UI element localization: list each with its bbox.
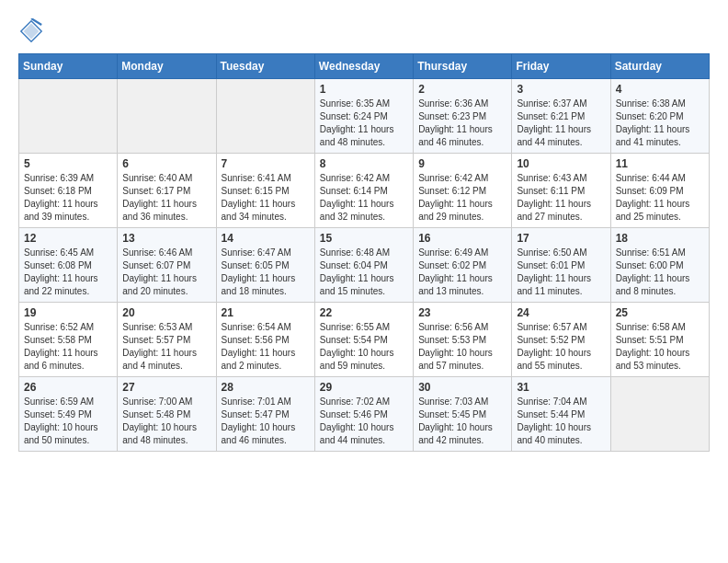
day-info: Sunrise: 7:00 AM Sunset: 5:48 PM Dayligh… bbox=[122, 396, 210, 447]
calendar-cell: 19Sunrise: 6:52 AM Sunset: 5:58 PM Dayli… bbox=[19, 303, 118, 377]
calendar-cell: 28Sunrise: 7:01 AM Sunset: 5:47 PM Dayli… bbox=[216, 377, 314, 452]
day-info: Sunrise: 6:42 AM Sunset: 6:12 PM Dayligh… bbox=[418, 172, 506, 224]
calendar-cell: 17Sunrise: 6:50 AM Sunset: 6:01 PM Dayli… bbox=[512, 228, 610, 303]
calendar-cell: 30Sunrise: 7:03 AM Sunset: 5:45 PM Dayli… bbox=[414, 377, 512, 452]
col-header-tuesday: Tuesday bbox=[216, 54, 314, 79]
day-number: 20 bbox=[122, 306, 210, 319]
day-number: 6 bbox=[122, 157, 210, 170]
day-info: Sunrise: 6:53 AM Sunset: 5:57 PM Dayligh… bbox=[122, 321, 210, 373]
day-number: 21 bbox=[222, 306, 310, 319]
day-number: 23 bbox=[418, 306, 506, 319]
week-row-4: 19Sunrise: 6:52 AM Sunset: 5:58 PM Dayli… bbox=[19, 303, 710, 377]
calendar-cell: 2Sunrise: 6:36 AM Sunset: 6:23 PM Daylig… bbox=[414, 79, 512, 154]
day-number: 3 bbox=[517, 83, 605, 96]
day-info: Sunrise: 7:01 AM Sunset: 5:47 PM Dayligh… bbox=[222, 396, 310, 447]
day-number: 27 bbox=[122, 381, 210, 394]
logo bbox=[18, 18, 48, 44]
day-number: 11 bbox=[616, 157, 704, 170]
col-header-friday: Friday bbox=[512, 54, 610, 79]
calendar-table: SundayMondayTuesdayWednesdayThursdayFrid… bbox=[18, 53, 710, 452]
day-info: Sunrise: 6:55 AM Sunset: 5:54 PM Dayligh… bbox=[320, 321, 408, 373]
day-info: Sunrise: 6:49 AM Sunset: 6:02 PM Dayligh… bbox=[418, 247, 506, 298]
calendar-cell: 9Sunrise: 6:42 AM Sunset: 6:12 PM Daylig… bbox=[414, 154, 512, 228]
calendar-cell: 20Sunrise: 6:53 AM Sunset: 5:57 PM Dayli… bbox=[118, 303, 216, 377]
calendar-cell: 12Sunrise: 6:45 AM Sunset: 6:08 PM Dayli… bbox=[19, 228, 118, 303]
day-info: Sunrise: 6:58 AM Sunset: 5:51 PM Dayligh… bbox=[616, 321, 704, 373]
calendar-cell: 18Sunrise: 6:51 AM Sunset: 6:00 PM Dayli… bbox=[610, 228, 709, 303]
day-info: Sunrise: 6:47 AM Sunset: 6:05 PM Dayligh… bbox=[222, 247, 310, 298]
calendar-cell: 27Sunrise: 7:00 AM Sunset: 5:48 PM Dayli… bbox=[118, 377, 216, 452]
col-header-wednesday: Wednesday bbox=[314, 54, 413, 79]
day-info: Sunrise: 6:50 AM Sunset: 6:01 PM Dayligh… bbox=[517, 247, 605, 298]
week-row-5: 26Sunrise: 6:59 AM Sunset: 5:49 PM Dayli… bbox=[19, 377, 710, 452]
calendar-cell: 1Sunrise: 6:35 AM Sunset: 6:24 PM Daylig… bbox=[314, 79, 413, 154]
col-header-sunday: Sunday bbox=[19, 54, 118, 79]
day-info: Sunrise: 6:38 AM Sunset: 6:20 PM Dayligh… bbox=[616, 98, 704, 149]
day-info: Sunrise: 6:40 AM Sunset: 6:17 PM Dayligh… bbox=[122, 172, 210, 224]
day-number: 8 bbox=[320, 157, 408, 170]
calendar-cell: 3Sunrise: 6:37 AM Sunset: 6:21 PM Daylig… bbox=[512, 79, 610, 154]
calendar-cell: 22Sunrise: 6:55 AM Sunset: 5:54 PM Dayli… bbox=[314, 303, 413, 377]
day-info: Sunrise: 7:02 AM Sunset: 5:46 PM Dayligh… bbox=[320, 396, 408, 447]
day-info: Sunrise: 6:42 AM Sunset: 6:14 PM Dayligh… bbox=[320, 172, 408, 224]
day-info: Sunrise: 6:57 AM Sunset: 5:52 PM Dayligh… bbox=[517, 321, 605, 373]
day-info: Sunrise: 6:54 AM Sunset: 5:56 PM Dayligh… bbox=[222, 321, 310, 373]
day-number: 7 bbox=[222, 157, 310, 170]
day-info: Sunrise: 6:43 AM Sunset: 6:11 PM Dayligh… bbox=[517, 172, 605, 224]
day-info: Sunrise: 6:41 AM Sunset: 6:15 PM Dayligh… bbox=[222, 172, 310, 224]
calendar-cell: 8Sunrise: 6:42 AM Sunset: 6:14 PM Daylig… bbox=[314, 154, 413, 228]
logo-icon bbox=[18, 18, 44, 44]
calendar-header-row: SundayMondayTuesdayWednesdayThursdayFrid… bbox=[19, 54, 710, 79]
day-number: 28 bbox=[222, 381, 310, 394]
day-number: 2 bbox=[418, 83, 506, 96]
day-info: Sunrise: 7:03 AM Sunset: 5:45 PM Dayligh… bbox=[418, 396, 506, 447]
day-number: 19 bbox=[24, 306, 112, 319]
calendar-cell: 24Sunrise: 6:57 AM Sunset: 5:52 PM Dayli… bbox=[512, 303, 610, 377]
week-row-2: 5Sunrise: 6:39 AM Sunset: 6:18 PM Daylig… bbox=[19, 154, 710, 228]
calendar-cell bbox=[19, 79, 118, 154]
day-info: Sunrise: 6:35 AM Sunset: 6:24 PM Dayligh… bbox=[320, 98, 408, 149]
day-number: 25 bbox=[616, 306, 704, 319]
day-number: 13 bbox=[122, 232, 210, 245]
day-info: Sunrise: 7:04 AM Sunset: 5:44 PM Dayligh… bbox=[517, 396, 605, 447]
day-info: Sunrise: 6:56 AM Sunset: 5:53 PM Dayligh… bbox=[418, 321, 506, 373]
day-info: Sunrise: 6:36 AM Sunset: 6:23 PM Dayligh… bbox=[418, 98, 506, 149]
calendar-cell: 26Sunrise: 6:59 AM Sunset: 5:49 PM Dayli… bbox=[19, 377, 118, 452]
calendar-cell bbox=[610, 377, 709, 452]
col-header-saturday: Saturday bbox=[610, 54, 709, 79]
day-number: 9 bbox=[418, 157, 506, 170]
day-info: Sunrise: 6:51 AM Sunset: 6:00 PM Dayligh… bbox=[616, 247, 704, 298]
calendar-cell: 14Sunrise: 6:47 AM Sunset: 6:05 PM Dayli… bbox=[216, 228, 314, 303]
day-info: Sunrise: 6:52 AM Sunset: 5:58 PM Dayligh… bbox=[24, 321, 112, 373]
calendar-cell: 5Sunrise: 6:39 AM Sunset: 6:18 PM Daylig… bbox=[19, 154, 118, 228]
day-info: Sunrise: 6:39 AM Sunset: 6:18 PM Dayligh… bbox=[24, 172, 112, 224]
day-info: Sunrise: 6:48 AM Sunset: 6:04 PM Dayligh… bbox=[320, 247, 408, 298]
day-number: 31 bbox=[517, 381, 605, 394]
day-number: 16 bbox=[418, 232, 506, 245]
calendar-cell: 23Sunrise: 6:56 AM Sunset: 5:53 PM Dayli… bbox=[414, 303, 512, 377]
calendar-cell bbox=[216, 79, 314, 154]
day-info: Sunrise: 6:46 AM Sunset: 6:07 PM Dayligh… bbox=[122, 247, 210, 298]
day-number: 5 bbox=[24, 157, 112, 170]
week-row-3: 12Sunrise: 6:45 AM Sunset: 6:08 PM Dayli… bbox=[19, 228, 710, 303]
col-header-thursday: Thursday bbox=[414, 54, 512, 79]
calendar-cell: 4Sunrise: 6:38 AM Sunset: 6:20 PM Daylig… bbox=[610, 79, 709, 154]
calendar-cell: 31Sunrise: 7:04 AM Sunset: 5:44 PM Dayli… bbox=[512, 377, 610, 452]
col-header-monday: Monday bbox=[118, 54, 216, 79]
day-info: Sunrise: 6:45 AM Sunset: 6:08 PM Dayligh… bbox=[24, 247, 112, 298]
day-number: 1 bbox=[320, 83, 408, 96]
calendar-cell: 25Sunrise: 6:58 AM Sunset: 5:51 PM Dayli… bbox=[610, 303, 709, 377]
day-number: 30 bbox=[418, 381, 506, 394]
calendar-cell: 6Sunrise: 6:40 AM Sunset: 6:17 PM Daylig… bbox=[118, 154, 216, 228]
day-number: 17 bbox=[517, 232, 605, 245]
day-info: Sunrise: 6:59 AM Sunset: 5:49 PM Dayligh… bbox=[24, 396, 112, 447]
day-number: 29 bbox=[320, 381, 408, 394]
day-number: 4 bbox=[616, 83, 704, 96]
day-number: 18 bbox=[616, 232, 704, 245]
day-number: 10 bbox=[517, 157, 605, 170]
calendar-cell: 7Sunrise: 6:41 AM Sunset: 6:15 PM Daylig… bbox=[216, 154, 314, 228]
day-number: 22 bbox=[320, 306, 408, 319]
calendar-cell: 21Sunrise: 6:54 AM Sunset: 5:56 PM Dayli… bbox=[216, 303, 314, 377]
calendar-cell bbox=[118, 79, 216, 154]
week-row-1: 1Sunrise: 6:35 AM Sunset: 6:24 PM Daylig… bbox=[19, 79, 710, 154]
